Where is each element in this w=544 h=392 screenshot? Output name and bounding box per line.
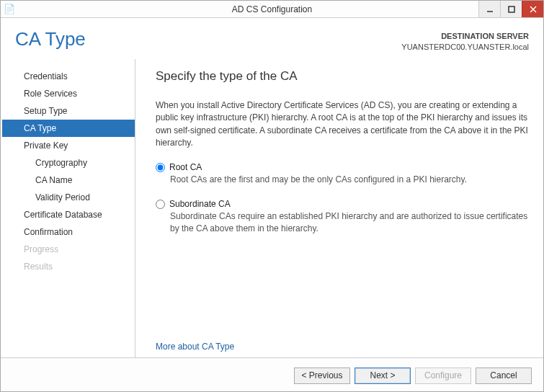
- step-results: Results: [2, 258, 135, 275]
- root-ca-radio[interactable]: [156, 163, 165, 172]
- next-button[interactable]: Next >: [355, 368, 411, 384]
- svg-rect-1: [509, 6, 514, 12]
- content-pane: Specify the type of the CA When you inst…: [135, 59, 543, 357]
- destination-block: DESTINATION SERVER YUANSTERDC00.YUANSTER…: [401, 28, 529, 53]
- sidebar: Credentials Role Services Setup Type CA …: [2, 59, 135, 357]
- destination-value: YUANSTERDC00.YUANSTER.local: [401, 42, 529, 53]
- subordinate-ca-radio[interactable]: [156, 200, 165, 209]
- header: CA Type DESTINATION SERVER YUANSTERDC00.…: [1, 18, 543, 59]
- step-ca-type[interactable]: CA Type: [2, 120, 135, 137]
- close-button[interactable]: [522, 1, 543, 17]
- step-credentials[interactable]: Credentials: [2, 68, 135, 85]
- destination-label: DESTINATION SERVER: [401, 31, 529, 42]
- cancel-button[interactable]: Cancel: [476, 368, 532, 384]
- root-ca-label: Root CA: [169, 162, 202, 172]
- footer: < Previous Next > Configure Cancel: [1, 357, 543, 392]
- step-setup-type[interactable]: Setup Type: [2, 102, 135, 120]
- more-about-link[interactable]: More about CA Type: [156, 342, 234, 352]
- step-cryptography[interactable]: Cryptography: [2, 154, 135, 172]
- page-title: CA Type: [15, 28, 86, 50]
- window-title: AD CS Configuration: [1, 4, 543, 14]
- option-subordinate-ca: Subordinate CA Subordinate CAs require a…: [156, 199, 529, 235]
- subordinate-ca-label: Subordinate CA: [169, 199, 231, 209]
- root-ca-desc: Root CAs are the first and may be the on…: [156, 174, 529, 186]
- maximize-button[interactable]: [500, 1, 522, 17]
- configure-button: Configure: [415, 368, 471, 384]
- subordinate-ca-desc: Subordinate CAs require an established P…: [156, 210, 529, 235]
- step-private-key[interactable]: Private Key: [2, 137, 135, 154]
- step-confirmation[interactable]: Confirmation: [2, 223, 135, 241]
- step-role-services[interactable]: Role Services: [2, 85, 135, 102]
- step-progress: Progress: [2, 241, 135, 258]
- step-certificate-database[interactable]: Certificate Database: [2, 206, 135, 223]
- previous-button[interactable]: < Previous: [294, 368, 350, 384]
- content-intro: When you install Active Directory Certif…: [156, 99, 529, 150]
- content-heading: Specify the type of the CA: [156, 69, 529, 84]
- titlebar: 📄 AD CS Configuration: [1, 1, 543, 18]
- app-icon: 📄: [1, 4, 14, 14]
- option-root-ca: Root CA Root CAs are the first and may b…: [156, 162, 529, 186]
- step-validity-period[interactable]: Validity Period: [2, 189, 135, 206]
- minimize-button[interactable]: [478, 1, 500, 17]
- step-ca-name[interactable]: CA Name: [2, 172, 135, 189]
